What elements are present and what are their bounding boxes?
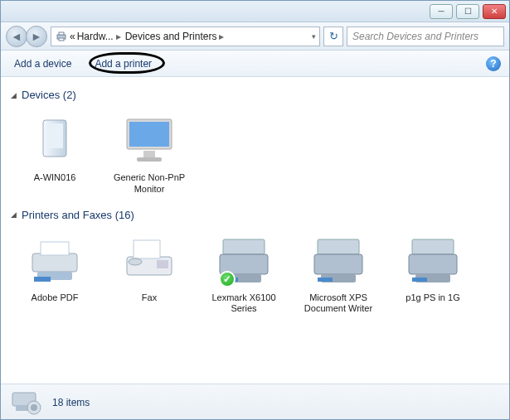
- svg-rect-8: [137, 157, 162, 162]
- svg-rect-6: [129, 122, 169, 147]
- svg-rect-26: [409, 254, 457, 274]
- fax-icon: [116, 231, 182, 289]
- item-label: Generic Non-PnP Monitor: [109, 172, 190, 196]
- computer-icon: [22, 111, 88, 169]
- printer-item[interactable]: ✓ Lexmark X6100 Series: [200, 228, 288, 319]
- svg-rect-10: [41, 242, 69, 255]
- group-title: Devices (2): [22, 89, 76, 101]
- item-label: A-WIN016: [34, 172, 76, 184]
- back-button[interactable]: ◄: [6, 26, 27, 47]
- device-item[interactable]: Generic Non-PnP Monitor: [105, 108, 193, 199]
- add-device-button[interactable]: Add a device: [9, 55, 76, 73]
- svg-rect-9: [32, 253, 77, 272]
- svg-point-32: [31, 404, 37, 411]
- refresh-button[interactable]: ↻: [323, 27, 343, 46]
- search-placeholder: Search Devices and Printers: [352, 31, 478, 42]
- breadcrumb-dropdown[interactable]: ▾: [310, 32, 316, 41]
- printer-item[interactable]: p1g PS in 1G: [389, 228, 477, 319]
- maximize-button[interactable]: ☐: [456, 4, 479, 19]
- svg-rect-28: [412, 278, 427, 282]
- collapse-icon: ◢: [11, 91, 17, 99]
- svg-rect-24: [318, 278, 333, 282]
- printer-item[interactable]: Fax: [105, 228, 193, 319]
- status-count: 18 items: [52, 397, 90, 408]
- multifunction-printer-icon: [400, 231, 466, 289]
- breadcrumb[interactable]: « Hardw...▸ Devices and Printers▸ ▾: [51, 27, 320, 46]
- svg-rect-21: [318, 239, 359, 254]
- item-label: Adobe PDF: [32, 292, 79, 304]
- group-header-printers[interactable]: ◢ Printers and Faxes (16): [11, 209, 506, 221]
- search-input[interactable]: Search Devices and Printers: [347, 27, 504, 46]
- multifunction-printer-icon: ✓: [211, 231, 277, 289]
- item-label: Lexmark X6100 Series: [203, 292, 284, 316]
- close-button[interactable]: ✕: [483, 4, 506, 19]
- printer-icon: [55, 30, 68, 43]
- multifunction-printer-icon: [305, 231, 372, 289]
- monitor-icon: [116, 111, 182, 169]
- status-icon: [9, 388, 44, 418]
- chevron-right-icon: ▸: [216, 31, 226, 42]
- title-bar: ─ ☐ ✕: [1, 1, 509, 22]
- group-title: Printers and Faxes (16): [22, 209, 134, 221]
- item-label: Fax: [142, 292, 157, 304]
- item-label: Microsoft XPS Document Writer: [298, 292, 379, 316]
- status-bar: 18 items: [1, 384, 509, 420]
- device-item[interactable]: A-WIN016: [11, 108, 99, 199]
- default-check-icon: ✓: [219, 271, 236, 287]
- svg-rect-7: [143, 151, 155, 157]
- svg-rect-4: [46, 123, 63, 148]
- help-button[interactable]: ?: [486, 56, 501, 71]
- nav-bar: ◄ ► « Hardw...▸ Devices and Printers▸ ▾ …: [1, 22, 509, 51]
- toolbar: Add a device Add a printer ?: [1, 51, 509, 77]
- breadcrumb-part[interactable]: Devices and Printers: [125, 31, 217, 42]
- printer-item[interactable]: Microsoft XPS Document Writer: [294, 228, 382, 319]
- svg-rect-25: [412, 239, 454, 254]
- add-printer-button[interactable]: Add a printer: [90, 55, 157, 73]
- svg-rect-1: [59, 32, 64, 35]
- chevron-right-icon: ▸: [114, 31, 124, 42]
- svg-rect-12: [34, 277, 51, 282]
- breadcrumb-part[interactable]: Hardw...: [77, 31, 114, 42]
- svg-rect-17: [223, 239, 265, 254]
- svg-rect-22: [314, 254, 362, 274]
- group-header-devices[interactable]: ◢ Devices (2): [11, 89, 506, 101]
- collapse-icon: ◢: [11, 210, 17, 219]
- printer-item[interactable]: Adobe PDF: [11, 228, 99, 319]
- minimize-button[interactable]: ─: [430, 4, 453, 19]
- item-label: p1g PS in 1G: [406, 292, 459, 304]
- svg-rect-15: [157, 260, 168, 268]
- printer-icon: [22, 231, 88, 289]
- content-area: ◢ Devices (2) A-WIN016 Generic Non-PnP M…: [1, 77, 509, 384]
- breadcrumb-part[interactable]: «: [70, 31, 75, 42]
- forward-button[interactable]: ►: [26, 26, 47, 47]
- svg-rect-14: [134, 240, 160, 258]
- svg-rect-2: [59, 38, 64, 41]
- svg-point-16: [129, 258, 142, 265]
